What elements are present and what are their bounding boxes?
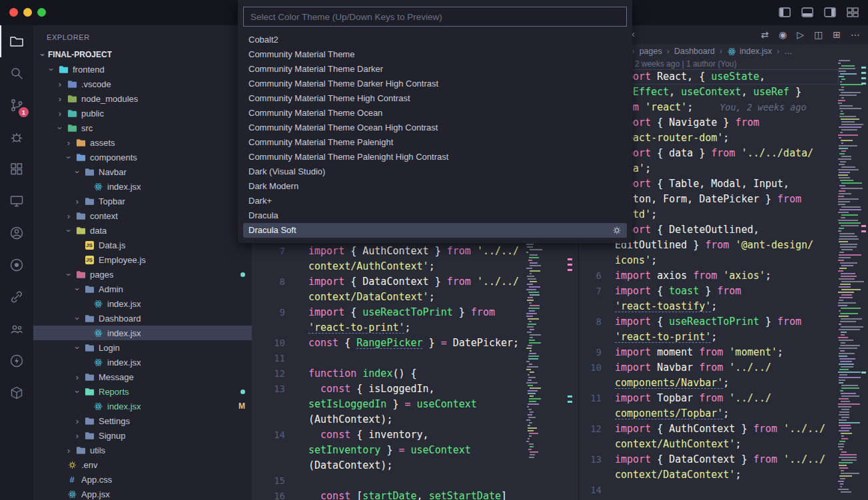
theme-search-input[interactable]: [243, 7, 627, 27]
breadcrumb-item[interactable]: Dashboard: [674, 47, 715, 56]
tree-folder-frontend[interactable]: ›frontend: [33, 62, 252, 77]
theme-option-dark-modern[interactable]: Dark Modern: [243, 179, 627, 194]
split-editor-icon[interactable]: ◫: [814, 29, 823, 40]
code-line[interactable]: 12import { AuthContext } from '../../: [579, 421, 839, 437]
tree-folder-context[interactable]: ›context: [33, 208, 252, 223]
tree-folder-components[interactable]: ›components: [33, 150, 252, 164]
theme-option-community-material-theme-palenight[interactable]: Community Material Theme Palenight: [243, 135, 627, 150]
tree-folder--vscode[interactable]: ›.vscode: [33, 77, 252, 91]
tree-file-app-css[interactable]: #App.css: [33, 472, 252, 487]
live-share-icon[interactable]: [0, 217, 33, 249]
theme-option-dracula-soft[interactable]: Dracula Soft: [243, 223, 627, 238]
code-line[interactable]: 10import Navbar from '../../: [579, 360, 839, 375]
tree-file-employee-js[interactable]: JSEmployee.js: [33, 252, 252, 267]
accounts-icon[interactable]: [0, 313, 33, 345]
run-debug-icon[interactable]: [0, 121, 33, 153]
theme-option-community-material-theme-ocean[interactable]: Community Material Theme Ocean: [243, 106, 627, 121]
theme-option-community-material-theme-ocean-high-contrast[interactable]: Community Material Theme Ocean High Cont…: [243, 121, 627, 135]
tree-file--env[interactable]: .env: [33, 457, 252, 472]
code-line[interactable]: 16 const [startDate, setStartDate]: [252, 489, 526, 500]
customize-layout-icon[interactable]: [847, 7, 859, 17]
toggle-panel-icon[interactable]: [801, 7, 813, 17]
tree-folder-pages[interactable]: ›pages: [33, 267, 252, 282]
tree-folder-public[interactable]: ›public: [33, 106, 252, 121]
code-line[interactable]: (AuthContext);: [252, 412, 526, 427]
thunder-client-icon[interactable]: [0, 345, 33, 377]
tree-folder-node-modules[interactable]: ›node_modules: [33, 91, 252, 106]
code-line[interactable]: 'react-to-print';: [252, 320, 526, 336]
code-line[interactable]: 12function index() {: [252, 366, 526, 381]
minimize-button[interactable]: [23, 8, 32, 17]
code-line[interactable]: components/Topbar';: [579, 406, 839, 421]
zoom-button[interactable]: [37, 8, 46, 17]
tree-folder-message[interactable]: ›Message: [33, 370, 252, 384]
tree-folder-assets[interactable]: ›assets: [33, 135, 252, 150]
code-line[interactable]: 7import { AuthContext } from '../../: [252, 244, 526, 259]
project-root-row[interactable]: ›FINAL-PROJECT: [33, 47, 252, 62]
links-icon[interactable]: [0, 281, 33, 313]
more-actions-icon[interactable]: ⋯: [851, 29, 860, 40]
code-line[interactable]: 8import { DataContext } from '../../: [252, 274, 526, 290]
tree-folder-src[interactable]: ›src: [33, 121, 252, 135]
package-icon[interactable]: [0, 377, 33, 409]
code-line[interactable]: context/AuthContext';: [252, 259, 526, 274]
tree-folder-dashboard[interactable]: ›Dashboard: [33, 311, 252, 326]
search-icon[interactable]: [0, 57, 33, 89]
code-line[interactable]: 9import { useReactToPrint } from: [252, 305, 526, 320]
tree-folder-login[interactable]: ›Login: [33, 340, 252, 355]
tree-file-index-jsx[interactable]: index.jsx: [33, 296, 252, 311]
tree-file-data-js[interactable]: JSData.js: [33, 238, 252, 252]
source-control-icon[interactable]: 1: [0, 89, 33, 121]
tree-folder-reports[interactable]: ›Reports: [33, 384, 252, 399]
breadcrumb-item[interactable]: index.jsx: [727, 47, 772, 57]
remote-explorer-icon[interactable]: [0, 185, 33, 217]
tree-folder-utils[interactable]: ›utils: [33, 443, 252, 457]
tree-file-index-jsx[interactable]: index.jsx: [33, 326, 252, 340]
code-line[interactable]: 10const { RangePicker } = DatePicker;: [252, 336, 526, 351]
code-line[interactable]: 8import { useReactToPrint } from: [579, 314, 839, 330]
minimap-right[interactable]: [838, 60, 865, 500]
code-line[interactable]: 9import moment from 'moment';: [579, 345, 839, 360]
theme-option-dracula[interactable]: Dracula: [243, 208, 627, 223]
code-line[interactable]: 'react-to-print';: [579, 330, 839, 345]
run-icon[interactable]: ▷: [797, 29, 804, 40]
theme-option-community-material-theme-darker[interactable]: Community Material Theme Darker: [243, 62, 627, 77]
open-changes-icon[interactable]: ⇄: [761, 29, 769, 40]
code-line[interactable]: 11import Topbar from '../../: [579, 391, 839, 406]
code-line[interactable]: 7import { toast } from: [579, 284, 839, 299]
breadcrumb-item[interactable]: pages: [640, 47, 662, 56]
code-line[interactable]: 11: [252, 351, 526, 366]
code-line[interactable]: setInventory } = useContext: [252, 443, 526, 458]
code-line[interactable]: setIsLoggedIn } = useContext: [252, 397, 526, 412]
overview-ruler-right[interactable]: [861, 25, 867, 500]
tree-folder-settings[interactable]: ›Settings: [33, 413, 252, 428]
theme-option-community-material-theme[interactable]: Community Material Theme: [243, 47, 627, 62]
tree-folder-signup[interactable]: ›Signup: [33, 428, 252, 443]
code-line[interactable]: components/Navbar';: [579, 375, 839, 391]
gitlens-icon[interactable]: [0, 249, 33, 281]
code-line[interactable]: 14 const { inventory,: [252, 427, 526, 443]
code-line[interactable]: 13import { DataContext } from '../../: [579, 452, 839, 467]
gitlens-file-blame[interactable]: 2 weeks ago | 1 author (You): [635, 59, 737, 69]
tree-folder-topbar[interactable]: ›Topbar: [33, 194, 252, 208]
toggle-sidebar-right-icon[interactable]: [824, 7, 836, 17]
theme-option-dark-visual-studio-[interactable]: Dark (Visual Studio): [243, 164, 627, 179]
gutter-blame-icon[interactable]: ◉: [779, 29, 787, 40]
code-line[interactable]: (DataContext);: [252, 458, 526, 473]
extensions-icon[interactable]: [0, 153, 33, 185]
explorer-icon[interactable]: [0, 25, 33, 57]
code-line[interactable]: 14: [579, 483, 839, 498]
tree-folder-admin[interactable]: ›Admin: [33, 282, 252, 296]
code-line[interactable]: 6import axios from 'axios';: [579, 268, 839, 284]
toggle-layout-icon[interactable]: ⊞: [833, 29, 841, 40]
toggle-sidebar-left-icon[interactable]: [779, 7, 791, 17]
tree-file-index-jsx[interactable]: index.jsxM: [33, 399, 252, 413]
code-line[interactable]: context/AuthContext';: [579, 437, 839, 452]
theme-option-dark-[interactable]: Dark+: [243, 194, 627, 208]
code-line[interactable]: context/DataContext';: [579, 467, 839, 483]
tree-file-index-jsx[interactable]: index.jsx: [33, 355, 252, 370]
code-line[interactable]: icons';: [579, 253, 839, 268]
theme-option-community-material-theme-darker-high-contrast[interactable]: Community Material Theme Darker High Con…: [243, 77, 627, 91]
code-line[interactable]: 'react-toastify';: [579, 299, 839, 314]
breadcrumb-item[interactable]: …: [784, 47, 793, 56]
